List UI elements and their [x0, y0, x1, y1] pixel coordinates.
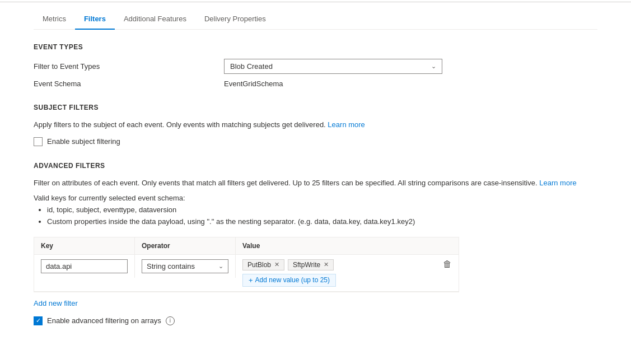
event-schema-value: EventGridSchema	[224, 80, 283, 88]
value-cell: PutBlob ✕ SftpWrite ✕ + Add new value (u…	[236, 255, 436, 291]
chevron-down-icon: ⌄	[431, 63, 436, 70]
subject-filters-learn-more[interactable]: Learn more	[328, 120, 364, 129]
filter-event-types-row: Filter to Event Types Blob Created ⌄	[34, 59, 597, 74]
tab-metrics[interactable]: Metrics	[34, 9, 75, 30]
operator-dropdown[interactable]: String contains ⌄	[142, 259, 228, 273]
valid-key-item-2: Custom properties inside the data payloa…	[47, 216, 597, 228]
tabs-nav: Metrics Filters Additional Features Deli…	[34, 2, 597, 30]
filter-event-types-dropdown[interactable]: Blob Created ⌄	[224, 59, 442, 74]
tab-filters[interactable]: Filters	[75, 9, 115, 30]
event-types-title: EVENT TYPES	[34, 43, 597, 51]
tag-sftpwrite: SftpWrite ✕	[288, 259, 334, 270]
col-operator-header: Operator	[135, 237, 236, 254]
advanced-filters-learn-more[interactable]: Learn more	[539, 179, 576, 187]
info-icon[interactable]: i	[166, 316, 175, 325]
tag-sftpwrite-label: SftpWrite	[293, 261, 320, 269]
operator-value: String contains	[147, 262, 195, 270]
add-value-icon: +	[249, 276, 253, 284]
dropdown-value: Blob Created	[230, 62, 273, 71]
key-cell	[34, 255, 135, 278]
subject-filtering-checkbox[interactable]	[34, 137, 43, 146]
filter-table-header: Key Operator Value	[34, 237, 459, 255]
valid-key-item-1: id, topic, subject, eventtype, dataversi…	[47, 204, 597, 216]
event-schema-row: Event Schema EventGridSchema	[34, 80, 597, 88]
tag-putblob-close[interactable]: ✕	[274, 262, 279, 268]
subject-filters-title: SUBJECT FILTERS	[34, 104, 597, 111]
filter-event-types-label: Filter to Event Types	[34, 62, 224, 71]
tags-container: PutBlob ✕ SftpWrite ✕ + Add new value (u…	[242, 259, 429, 287]
subject-filters-desc: Apply filters to the subject of each eve…	[34, 119, 597, 130]
advanced-filters-desc: Filter on attributes of each event. Only…	[34, 178, 597, 189]
tab-delivery-properties[interactable]: Delivery Properties	[195, 9, 275, 30]
subject-filters-section: SUBJECT FILTERS Apply filters to the sub…	[34, 104, 597, 146]
table-row: String contains ⌄ PutBlob ✕ SftpWrite	[34, 255, 459, 292]
key-input[interactable]	[41, 259, 128, 273]
array-filtering-checkbox[interactable]	[34, 316, 43, 325]
array-filtering-row: Enable advanced filtering on arrays i	[34, 316, 597, 325]
add-value-label: Add new value (up to 25)	[255, 276, 330, 284]
tab-additional-features[interactable]: Additional Features	[115, 9, 195, 30]
add-filter-link[interactable]: Add new filter	[34, 299, 78, 307]
event-schema-label: Event Schema	[34, 80, 224, 88]
col-key-header: Key	[34, 237, 135, 254]
row-actions: 🗑	[436, 255, 459, 269]
event-types-section: EVENT TYPES Filter to Event Types Blob C…	[34, 43, 597, 88]
advanced-filters-title: ADVANCED FILTERS	[34, 162, 597, 170]
operator-chevron-icon: ⌄	[218, 263, 223, 270]
array-filtering-label: Enable advanced filtering on arrays	[47, 316, 161, 325]
tag-putblob: PutBlob ✕	[242, 259, 284, 270]
valid-keys-section: Valid keys for currently selected event …	[34, 194, 597, 228]
subject-filtering-checkbox-row: Enable subject filtering	[34, 137, 597, 146]
valid-keys-title: Valid keys for currently selected event …	[34, 194, 597, 202]
filter-table: Key Operator Value String contains ⌄	[34, 237, 459, 292]
col-value-header: Value	[236, 237, 436, 254]
tag-putblob-label: PutBlob	[247, 261, 271, 269]
main-content: EVENT TYPES Filter to Event Types Blob C…	[34, 30, 597, 354]
valid-keys-list: id, topic, subject, eventtype, dataversi…	[34, 204, 597, 228]
delete-row-icon[interactable]: 🗑	[443, 259, 452, 269]
subject-filtering-label: Enable subject filtering	[47, 137, 120, 146]
add-value-button[interactable]: + Add new value (up to 25)	[242, 274, 336, 287]
tag-sftpwrite-close[interactable]: ✕	[324, 262, 329, 268]
advanced-filters-section: ADVANCED FILTERS Filter on attributes of…	[34, 162, 597, 325]
operator-cell: String contains ⌄	[135, 255, 236, 278]
